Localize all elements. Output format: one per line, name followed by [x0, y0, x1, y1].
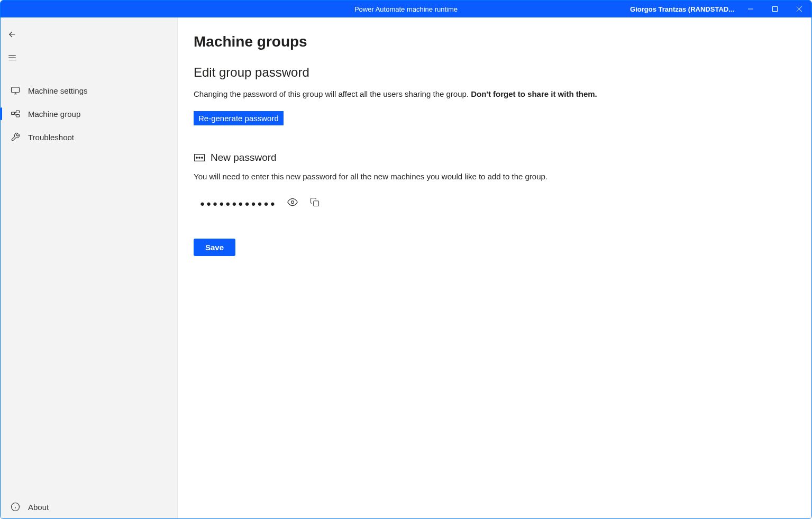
minimize-button[interactable] — [738, 1, 763, 17]
sidebar-item-machine-group[interactable]: Machine group — [1, 102, 177, 125]
copy-password-button[interactable] — [308, 197, 321, 210]
svg-line-14 — [15, 113, 16, 116]
sidebar-item-machine-settings[interactable]: Machine settings — [1, 79, 177, 102]
window-controls — [738, 1, 811, 17]
new-password-heading: New password — [194, 152, 811, 163]
svg-rect-7 — [12, 87, 20, 93]
monitor-icon — [10, 85, 21, 96]
svg-point-20 — [199, 157, 200, 158]
back-button[interactable] — [1, 23, 24, 46]
password-row: ●●●●●●●●●●●● — [194, 197, 811, 210]
save-button[interactable]: Save — [194, 239, 235, 256]
sidebar-item-label: Machine settings — [28, 86, 88, 95]
svg-rect-1 — [773, 7, 778, 12]
copy-icon — [310, 197, 320, 209]
new-password-description: You will need to enter this new password… — [194, 172, 811, 181]
hamburger-button[interactable] — [1, 46, 24, 69]
sidebar-item-label: Troubleshoot — [28, 133, 74, 142]
regenerate-password-button[interactable]: Re-generate password — [194, 111, 284, 125]
svg-rect-23 — [313, 201, 318, 206]
svg-point-21 — [202, 157, 203, 158]
sidebar-item-label: Machine group — [28, 110, 80, 119]
show-password-button[interactable] — [286, 197, 299, 210]
window-title: Power Automate machine runtime — [354, 5, 458, 13]
section-title: Edit group password — [194, 65, 811, 80]
svg-rect-10 — [12, 112, 15, 115]
sidebar-item-about[interactable]: About — [1, 495, 177, 518]
page-title: Machine groups — [194, 33, 811, 50]
description-text: Changing the password of this group will… — [194, 89, 471, 98]
eye-icon — [287, 197, 298, 210]
svg-point-19 — [196, 157, 197, 158]
info-icon — [10, 502, 21, 512]
wrench-icon — [10, 132, 21, 142]
user-name[interactable]: Giorgos Trantzas (RANDSTAD... — [630, 5, 734, 13]
maximize-button[interactable] — [763, 1, 787, 17]
main-content: Machine groups Edit group password Chang… — [178, 17, 811, 518]
svg-rect-11 — [16, 111, 20, 113]
group-icon — [10, 108, 21, 119]
about-label: About — [28, 503, 49, 512]
sidebar-item-troubleshoot[interactable]: Troubleshoot — [1, 125, 177, 149]
close-button[interactable] — [787, 1, 811, 17]
svg-rect-12 — [16, 115, 20, 117]
section-description: Changing the password of this group will… — [194, 89, 811, 98]
svg-point-22 — [291, 201, 294, 204]
sidebar: Machine settings Machine group Troublesh… — [1, 17, 178, 518]
title-bar: Power Automate machine runtime Giorgos T… — [1, 1, 811, 17]
password-value: ●●●●●●●●●●●● — [200, 199, 277, 208]
new-password-label-text: New password — [211, 152, 277, 163]
description-bold: Don't forget to share it with them. — [471, 89, 597, 98]
password-field-icon — [194, 152, 205, 163]
